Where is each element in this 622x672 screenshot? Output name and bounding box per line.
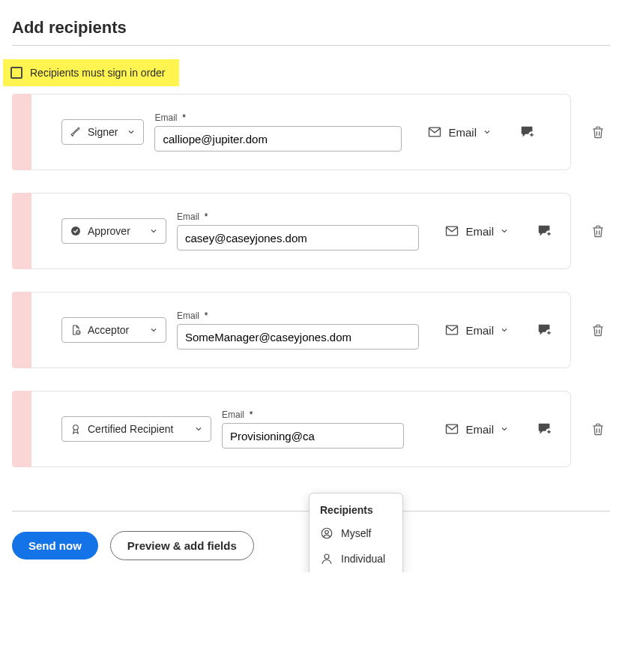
role-select[interactable]: Certified Recipient [61,416,211,442]
private-message-button[interactable] [533,417,557,441]
recipient-card: Certified Recipient Email * Email [31,391,571,467]
delete-button[interactable] [586,318,610,342]
email-input[interactable] [177,225,419,250]
recipient-card: Signer Email * Email [31,94,571,170]
person-circle-icon [320,526,333,540]
chevron-down-icon [194,424,203,434]
delivery-select[interactable]: Email [444,422,509,436]
role-label: Approver [88,225,130,237]
envelope-icon [444,224,459,238]
chevron-down-icon [127,128,136,136]
sign-in-order-row[interactable]: Recipients must sign in order [3,59,179,86]
preview-add-fields-button[interactable]: Preview & add fields [110,531,254,560]
private-message-button[interactable] [533,318,557,342]
envelope-icon [427,124,442,140]
envelope-icon [444,422,459,436]
email-input[interactable] [154,126,402,152]
recipient-card: Approver Email * Email [31,193,571,269]
add-recipient-popup: Recipients Myself Individual Group CC [309,493,403,572]
svg-point-8 [73,425,79,430]
menu-item-myself[interactable]: Myself [310,520,402,546]
chevron-down-icon [500,424,509,434]
menu-item-individual[interactable]: Individual [310,546,402,572]
check-circle-icon [70,225,82,237]
envelope-icon [444,322,459,338]
sign-in-order-label: Recipients must sign in order [30,67,166,79]
pen-icon [70,126,82,138]
document-check-icon [70,324,82,336]
role-select[interactable]: Signer [61,119,144,145]
recipients-area: Signer Email * Email [12,94,610,467]
delete-button[interactable] [586,120,610,144]
drag-handle[interactable] [12,292,31,368]
email-label: Email * [222,410,404,420]
delivery-select[interactable]: Email [444,224,509,238]
email-field-wrap: Email * [154,112,402,152]
menu-item-group[interactable]: Group [310,572,402,572]
chevron-down-icon [483,128,492,136]
recipient-row: Acceptor Email * Email [12,292,610,368]
svg-point-12 [325,530,329,534]
recipient-row: Certified Recipient Email * Email [12,391,610,467]
drag-handle[interactable] [12,193,31,269]
role-label: Signer [88,126,118,138]
chevron-down-icon [500,226,509,236]
recipient-row: Approver Email * Email [12,193,610,269]
svg-point-13 [324,554,329,559]
recipient-card: Acceptor Email * Email [31,292,571,368]
delivery-label: Email [465,324,494,337]
email-field-wrap: Email * [177,212,419,250]
popup-title: Recipients [310,501,402,520]
role-label: Certified Recipient [88,423,173,435]
menu-item-label: Individual [341,553,385,565]
person-icon [320,552,333,566]
chevron-down-icon [500,326,509,334]
delivery-select[interactable]: Email [444,322,509,338]
role-label: Acceptor [88,324,129,336]
email-label: Email * [177,310,419,321]
divider-top [12,45,610,46]
ribbon-icon [70,423,82,435]
private-message-button[interactable] [516,120,540,144]
recipient-row: Signer Email * Email [12,94,610,170]
email-field-wrap: Email * [177,310,419,350]
email-label: Email * [154,112,402,123]
send-now-button[interactable]: Send now [12,532,98,560]
drag-handle[interactable] [12,94,31,170]
email-input[interactable] [177,324,419,350]
email-input[interactable] [222,423,404,448]
page-title: Add recipients [12,18,610,38]
delete-button[interactable] [586,219,610,243]
email-label: Email * [177,212,419,222]
delivery-label: Email [465,225,494,238]
sign-in-order-checkbox[interactable] [10,67,22,79]
delivery-select[interactable]: Email [427,124,492,140]
role-select[interactable]: Acceptor [61,317,166,343]
drag-handle[interactable] [12,391,31,467]
delivery-label: Email [465,423,494,436]
chevron-down-icon [149,226,158,236]
delivery-label: Email [448,126,477,139]
private-message-button[interactable] [533,219,557,243]
delete-button[interactable] [586,417,610,441]
role-select[interactable]: Approver [61,218,166,244]
email-field-wrap: Email * [222,410,404,448]
svg-point-2 [71,226,80,236]
chevron-down-icon [149,326,158,334]
menu-item-label: Myself [341,527,371,539]
